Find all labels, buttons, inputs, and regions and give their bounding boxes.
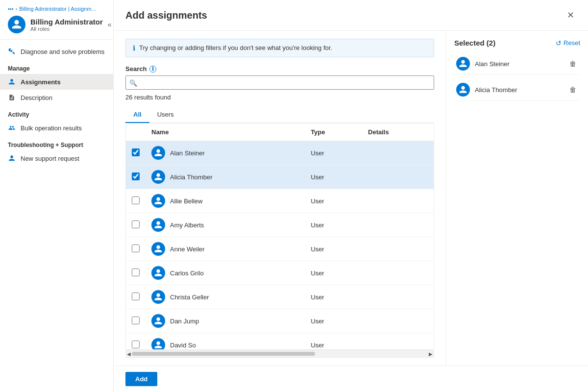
wrench-icon xyxy=(8,48,16,55)
selected-item: Alicia Thomber 🗑 xyxy=(454,79,580,101)
sidebar-item-assignments-label: Assignments xyxy=(21,78,61,86)
col-name: Name xyxy=(146,123,305,141)
col-check xyxy=(126,123,146,141)
table-row[interactable]: Christa Geller User xyxy=(126,285,434,309)
modal-close-button[interactable]: ✕ xyxy=(565,8,576,23)
table-row[interactable]: Alicia Thomber User xyxy=(126,165,434,189)
modal-left-panel: ℹ Try changing or adding filters if you … xyxy=(114,31,446,366)
avatar xyxy=(8,16,25,33)
scroll-right-arrow[interactable]: ▶ xyxy=(429,351,433,357)
breadcrumb-separator: › xyxy=(16,6,18,12)
modal-footer: Add xyxy=(114,366,588,392)
user-cell: Anne Weiler xyxy=(151,242,299,256)
row-checkbox-cell xyxy=(126,189,146,213)
row-checkbox[interactable] xyxy=(132,172,140,180)
row-type-cell: User xyxy=(305,333,362,350)
selected-item-name: Alan Steiner xyxy=(475,60,563,68)
sidebar-header: ••• › Billing Administrator | Assignment… xyxy=(0,0,113,40)
breadcrumb-link[interactable]: Billing Administrator | Assignments xyxy=(19,6,98,12)
sidebar-item-bulk[interactable]: Bulk operation results xyxy=(0,120,113,136)
table-row[interactable]: Anne Weiler User xyxy=(126,237,434,261)
user-cell: David So xyxy=(151,338,299,350)
scroll-left-arrow[interactable]: ◀ xyxy=(127,351,131,357)
sidebar-title-text: Billing Administrator All roles xyxy=(30,18,103,32)
table-row[interactable]: Alan Steiner User xyxy=(126,141,434,165)
modal-body: ℹ Try changing or adding filters if you … xyxy=(114,31,588,366)
sidebar-item-support[interactable]: New support request xyxy=(0,150,113,166)
row-checkbox[interactable] xyxy=(132,245,140,252)
search-label: Search ℹ xyxy=(125,65,434,73)
user-avatar xyxy=(151,170,165,184)
sidebar-item-diagnose-label: Diagnose and solve problems xyxy=(21,48,104,55)
sidebar-nav: Diagnose and solve problems Manage Assig… xyxy=(0,40,113,392)
row-type-cell: User xyxy=(305,261,362,285)
selected-user-avatar xyxy=(456,57,470,71)
breadcrumb-ellipsis[interactable]: ••• xyxy=(8,6,14,12)
row-name-cell: Christa Geller xyxy=(146,285,305,309)
user-name: Dan Jump xyxy=(170,318,199,325)
scroll-thumb[interactable] xyxy=(132,352,315,356)
remove-selected-button[interactable]: 🗑 xyxy=(567,85,578,95)
search-help-icon: ℹ xyxy=(149,66,156,73)
reset-button[interactable]: ↺ Reset xyxy=(556,39,580,47)
reset-icon: ↺ xyxy=(556,39,562,47)
users-table-wrapper[interactable]: Name Type Details Alan Steiner User Alic… xyxy=(125,123,434,350)
row-checkbox-cell xyxy=(126,285,146,309)
row-details-cell xyxy=(362,213,434,237)
info-banner-text: Try changing or adding filters if you do… xyxy=(139,44,332,51)
doc-icon xyxy=(8,94,16,101)
info-banner: ℹ Try changing or adding filters if you … xyxy=(125,39,434,57)
row-checkbox[interactable] xyxy=(132,293,140,300)
user-name: Alicia Thomber xyxy=(170,173,212,181)
info-icon: ℹ xyxy=(133,44,135,52)
user-avatar xyxy=(151,266,165,280)
row-checkbox[interactable] xyxy=(132,220,140,228)
tab-users[interactable]: Users xyxy=(149,107,182,123)
row-type-cell: User xyxy=(305,165,362,189)
table-row[interactable]: Allie Bellew User xyxy=(126,189,434,213)
row-details-cell xyxy=(362,261,434,285)
results-count: 26 results found xyxy=(125,94,434,101)
user-name: Carlos Grilo xyxy=(170,270,204,277)
remove-selected-button[interactable]: 🗑 xyxy=(567,59,578,69)
reset-label: Reset xyxy=(564,39,580,47)
user-cell: Dan Jump xyxy=(151,314,299,328)
person-group-icon xyxy=(8,124,16,132)
row-checkbox[interactable] xyxy=(132,269,140,276)
role-subtitle: All roles xyxy=(30,26,103,32)
row-checkbox[interactable] xyxy=(132,148,140,156)
row-checkbox[interactable] xyxy=(132,317,140,324)
selected-user-avatar xyxy=(456,83,470,97)
row-name-cell: David So xyxy=(146,333,305,350)
user-cell: Carlos Grilo xyxy=(151,266,299,280)
sidebar-item-assignments[interactable]: Assignments xyxy=(0,74,113,90)
sidebar-item-description[interactable]: Description xyxy=(0,90,113,105)
user-name: Allie Bellew xyxy=(170,197,202,205)
row-details-cell xyxy=(362,309,434,333)
row-checkbox[interactable] xyxy=(132,196,140,204)
add-button[interactable]: Add xyxy=(125,372,157,386)
tab-all[interactable]: All xyxy=(125,107,149,123)
row-checkbox[interactable] xyxy=(132,341,140,348)
tabs: All Users xyxy=(125,107,434,123)
breadcrumb[interactable]: ••• › Billing Administrator | Assignment… xyxy=(8,6,105,12)
sidebar-title-row: Billing Administrator All roles « xyxy=(8,16,105,33)
row-name-cell: Anne Weiler xyxy=(146,237,305,261)
table-row[interactable]: David So User xyxy=(126,333,434,350)
sidebar-collapse-button[interactable]: « xyxy=(108,21,112,28)
table-row[interactable]: Dan Jump User xyxy=(126,309,434,333)
table-row[interactable]: Amy Alberts User xyxy=(126,213,434,237)
modal-header: Add assignments ✕ xyxy=(114,0,588,31)
search-input[interactable] xyxy=(125,75,434,90)
table-row[interactable]: Carlos Grilo User xyxy=(126,261,434,285)
row-type-cell: User xyxy=(305,309,362,333)
sidebar-item-diagnose[interactable]: Diagnose and solve problems xyxy=(0,44,113,59)
row-name-cell: Amy Alberts xyxy=(146,213,305,237)
modal-title: Add assignments xyxy=(125,10,207,21)
users-table: Name Type Details Alan Steiner User Alic… xyxy=(126,123,434,350)
user-cell: Allie Bellew xyxy=(151,194,299,208)
row-details-cell xyxy=(362,237,434,261)
horizontal-scrollbar[interactable]: ◀ ▶ xyxy=(125,350,434,358)
row-details-cell xyxy=(362,141,434,165)
col-details: Details xyxy=(362,123,434,141)
